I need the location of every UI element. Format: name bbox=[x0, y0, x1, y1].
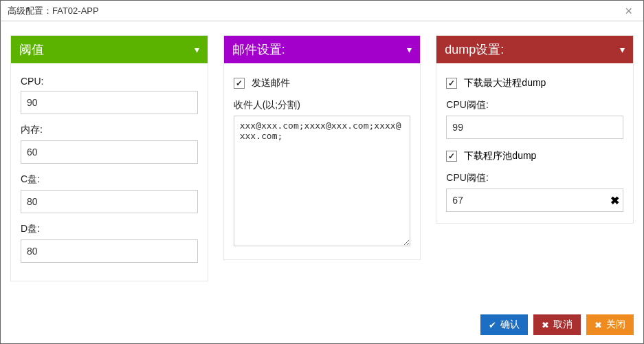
content-area: 阈值 ▾ CPU: 内存: C盘: D盘: 邮件设置: bbox=[1, 21, 643, 343]
cpu-label: CPU: bbox=[21, 76, 198, 87]
check-icon: ✔ bbox=[489, 321, 496, 330]
cancel-button[interactable]: ✖ 取消 bbox=[533, 314, 581, 335]
cpu-threshold2-input[interactable] bbox=[446, 189, 623, 212]
max-proc-row: 下载最大进程dump bbox=[446, 77, 623, 89]
dialog-footer: ✔ 确认 ✖ 取消 ✖ 关闭 bbox=[10, 303, 634, 335]
send-mail-label: 发送邮件 bbox=[252, 77, 290, 89]
cancel-label: 取消 bbox=[553, 319, 573, 331]
cpu-threshold1-input[interactable] bbox=[446, 116, 623, 139]
dump-panel-header[interactable]: dump设置: ▾ bbox=[436, 36, 633, 63]
recipients-label: 收件人(以;分割) bbox=[234, 99, 411, 111]
max-proc-label: 下载最大进程dump bbox=[464, 77, 546, 89]
send-mail-row: 发送邮件 bbox=[234, 77, 411, 89]
dump-panel-body: 下载最大进程dump CPU阈值: 下载程序池dump CPU阈值: ✖ bbox=[436, 63, 633, 223]
cdrive-input[interactable] bbox=[21, 190, 198, 213]
cpu-threshold2-label: CPU阈值: bbox=[446, 172, 623, 184]
chevron-down-icon: ▾ bbox=[620, 44, 625, 55]
cdrive-label: C盘: bbox=[21, 173, 198, 186]
close-label: 关闭 bbox=[606, 319, 625, 331]
dialog-window: 高级配置：FAT02-APP × 阈值 ▾ CPU: 内存: C盘: D盘: bbox=[0, 0, 644, 344]
mail-panel: 邮件设置: ▾ 发送邮件 收件人(以;分割) bbox=[223, 35, 421, 260]
dump-panel: dump设置: ▾ 下载最大进程dump CPU阈值: 下载程序池dump CP… bbox=[436, 35, 634, 224]
chevron-down-icon: ▾ bbox=[195, 44, 199, 55]
pool-row: 下载程序池dump bbox=[446, 150, 623, 162]
ddrive-input[interactable] bbox=[21, 239, 198, 263]
threshold-panel-header[interactable]: 阈值 ▾ bbox=[11, 36, 208, 63]
cpu-threshold2-wrapper: ✖ bbox=[446, 189, 623, 212]
close-icon[interactable]: × bbox=[621, 1, 636, 21]
max-proc-checkbox[interactable] bbox=[446, 78, 457, 89]
confirm-button[interactable]: ✔ 确认 bbox=[480, 314, 528, 335]
threshold-header-label: 阈值 bbox=[19, 41, 44, 58]
mail-panel-header[interactable]: 邮件设置: ▾ bbox=[224, 36, 421, 63]
close-button[interactable]: ✖ 关闭 bbox=[586, 314, 634, 335]
cross-icon: ✖ bbox=[542, 321, 549, 330]
mail-panel-body: 发送邮件 收件人(以;分割) bbox=[224, 63, 421, 259]
panel-columns: 阈值 ▾ CPU: 内存: C盘: D盘: 邮件设置: bbox=[10, 35, 634, 303]
ddrive-label: D盘: bbox=[21, 223, 198, 235]
cpu-threshold1-label: CPU阈值: bbox=[446, 99, 623, 111]
mem-input[interactable] bbox=[21, 140, 198, 164]
threshold-panel-body: CPU: 内存: C盘: D盘: bbox=[11, 63, 208, 281]
titlebar: 高级配置：FAT02-APP × bbox=[1, 1, 643, 21]
recipients-textarea[interactable] bbox=[234, 116, 411, 246]
mem-label: 内存: bbox=[21, 124, 198, 136]
cpu-input[interactable] bbox=[21, 91, 198, 114]
threshold-panel: 阈值 ▾ CPU: 内存: C盘: D盘: bbox=[10, 35, 208, 281]
send-mail-checkbox[interactable] bbox=[234, 78, 245, 89]
cross-icon: ✖ bbox=[595, 321, 602, 330]
clear-icon[interactable]: ✖ bbox=[610, 194, 619, 207]
chevron-down-icon: ▾ bbox=[407, 44, 412, 55]
window-title: 高级配置：FAT02-APP bbox=[8, 1, 99, 21]
confirm-label: 确认 bbox=[500, 319, 520, 331]
mail-header-label: 邮件设置: bbox=[232, 41, 285, 58]
pool-label: 下载程序池dump bbox=[464, 150, 536, 162]
pool-checkbox[interactable] bbox=[446, 151, 457, 162]
dump-header-label: dump设置: bbox=[445, 41, 504, 58]
